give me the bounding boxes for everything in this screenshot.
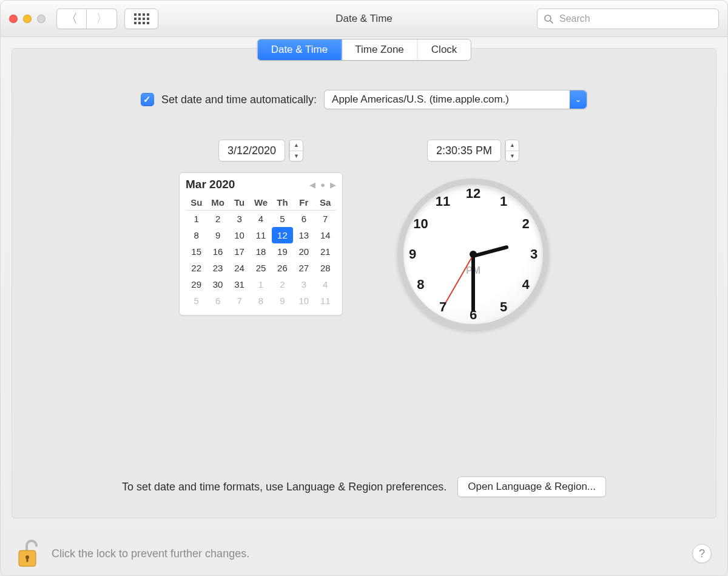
clock-number: 9 (409, 246, 416, 262)
preferences-window: 〈 〉 Date & Time Date & Time Time Zone Cl (0, 0, 728, 576)
search-icon (544, 14, 553, 24)
calendar-day[interactable]: 12 (272, 227, 293, 243)
calendar-day[interactable]: 9 (272, 293, 293, 309)
tab-clock[interactable]: Clock (418, 39, 471, 60)
time-stepper[interactable]: ▲ ▼ (505, 140, 519, 161)
stepper-down-icon: ▼ (506, 151, 519, 161)
calendar-dow: Fr (293, 195, 314, 211)
stepper-up-icon: ▲ (290, 140, 303, 151)
calendar-day[interactable]: 13 (293, 227, 314, 243)
calendar-today-icon[interactable]: ● (320, 180, 325, 189)
calendar-title: Mar 2020 (186, 178, 235, 191)
date-field[interactable]: 3/12/2020 (218, 140, 285, 161)
calendar-day[interactable]: 5 (272, 211, 293, 227)
clock-number: 7 (439, 299, 447, 315)
calendar-day[interactable]: 15 (186, 243, 207, 260)
window-controls (9, 15, 46, 23)
calendar-day[interactable]: 8 (250, 293, 271, 309)
calendar-day[interactable]: 22 (186, 260, 207, 276)
clock-second-hand (443, 255, 474, 307)
clock-center-pin (470, 251, 477, 258)
calendar-day[interactable]: 28 (315, 260, 336, 276)
open-language-region-button[interactable]: Open Language & Region... (457, 476, 606, 497)
calendar-day[interactable]: 7 (229, 293, 250, 309)
date-value: 3/12/2020 (219, 144, 285, 157)
clock-number: 10 (413, 216, 428, 232)
close-window-button[interactable] (9, 15, 18, 23)
lock-button[interactable] (16, 538, 41, 569)
calendar-day[interactable]: 16 (207, 243, 228, 260)
date-column: 3/12/2020 ▲ ▼ Mar 2020 (179, 140, 343, 330)
calendar[interactable]: Mar 2020 ◀ ● ▶ SuMoTuWeThFrSa12345678910… (179, 172, 343, 316)
calendar-day[interactable]: 11 (315, 293, 336, 309)
set-automatically-checkbox[interactable]: ✓ (141, 93, 154, 106)
time-server-select[interactable]: Apple Americas/U.S. (time.apple.com.) ⌄ (324, 90, 587, 109)
clock-number: 6 (470, 307, 477, 323)
calendar-day[interactable]: 18 (250, 243, 271, 260)
back-button[interactable]: 〈 (56, 8, 87, 29)
calendar-day[interactable]: 21 (315, 243, 336, 260)
calendar-day[interactable]: 2 (207, 211, 228, 227)
grid-icon (134, 13, 149, 24)
stepper-down-icon: ▼ (290, 151, 303, 161)
calendar-dow: Th (272, 195, 293, 211)
calendar-day[interactable]: 10 (229, 227, 250, 243)
chevron-left-icon: 〈 (66, 10, 78, 27)
calendar-day[interactable]: 20 (293, 243, 314, 260)
calendar-day[interactable]: 1 (250, 276, 271, 293)
clock-number: 8 (417, 277, 424, 293)
calendar-day[interactable]: 7 (315, 211, 336, 227)
tab-date-time[interactable]: Date & Time (258, 39, 342, 60)
time-column: 2:30:35 PM ▲ ▼ PM (397, 140, 549, 330)
show-all-button[interactable] (124, 8, 158, 29)
calendar-day[interactable]: 30 (207, 276, 228, 293)
clock-number: 1 (500, 194, 507, 209)
calendar-day[interactable]: 3 (229, 211, 250, 227)
calendar-day[interactable]: 4 (250, 211, 271, 227)
calendar-day[interactable]: 31 (229, 276, 250, 293)
calendar-day[interactable]: 23 (207, 260, 228, 276)
calendar-day[interactable]: 10 (293, 293, 314, 309)
date-stepper[interactable]: ▲ ▼ (289, 140, 303, 161)
calendar-day[interactable]: 26 (272, 260, 293, 276)
calendar-day[interactable]: 25 (250, 260, 271, 276)
calendar-day[interactable]: 17 (229, 243, 250, 260)
calendar-day[interactable]: 24 (229, 260, 250, 276)
calendar-prev-icon[interactable]: ◀ (309, 180, 315, 189)
calendar-day[interactable]: 29 (186, 276, 207, 293)
svg-rect-5 (27, 558, 29, 562)
search-field[interactable] (537, 8, 719, 29)
calendar-day[interactable]: 3 (293, 276, 314, 293)
calendar-next-icon[interactable]: ▶ (330, 180, 336, 189)
time-field[interactable]: 2:30:35 PM (427, 140, 501, 161)
calendar-day[interactable]: 9 (207, 227, 228, 243)
calendar-day[interactable]: 14 (315, 227, 336, 243)
help-button[interactable]: ? (692, 544, 712, 563)
tab-time-zone[interactable]: Time Zone (341, 39, 418, 60)
minimize-window-button[interactable] (23, 15, 32, 23)
calendar-day[interactable]: 27 (293, 260, 314, 276)
calendar-day[interactable]: 8 (186, 227, 207, 243)
calendar-day[interactable]: 1 (186, 211, 207, 227)
search-input[interactable] (558, 13, 712, 25)
clock-number: 4 (522, 277, 529, 293)
clock-number: 5 (500, 299, 507, 315)
calendar-day[interactable]: 6 (207, 293, 228, 309)
lock-hint: Click the lock to prevent further change… (52, 547, 249, 560)
clock-number: 12 (466, 186, 480, 202)
calendar-day[interactable]: 11 (250, 227, 271, 243)
time-server-value: Apple Americas/U.S. (time.apple.com.) (332, 93, 562, 106)
checkmark-icon: ✓ (143, 94, 151, 105)
calendar-day[interactable]: 5 (186, 293, 207, 309)
calendar-day[interactable]: 19 (272, 243, 293, 260)
set-automatically-label: Set date and time automatically: (161, 93, 317, 106)
calendar-day[interactable]: 2 (272, 276, 293, 293)
clock-minute-hand (471, 256, 475, 312)
zoom-window-button[interactable] (37, 15, 46, 23)
tab-bar: Date & Time Time Zone Clock (257, 39, 471, 61)
calendar-day[interactable]: 6 (293, 211, 314, 227)
format-hint: To set date and time formats, use Langua… (122, 481, 447, 493)
time-value: 2:30:35 PM (428, 144, 500, 157)
calendar-day[interactable]: 4 (315, 276, 336, 293)
forward-button[interactable]: 〉 (87, 8, 117, 29)
